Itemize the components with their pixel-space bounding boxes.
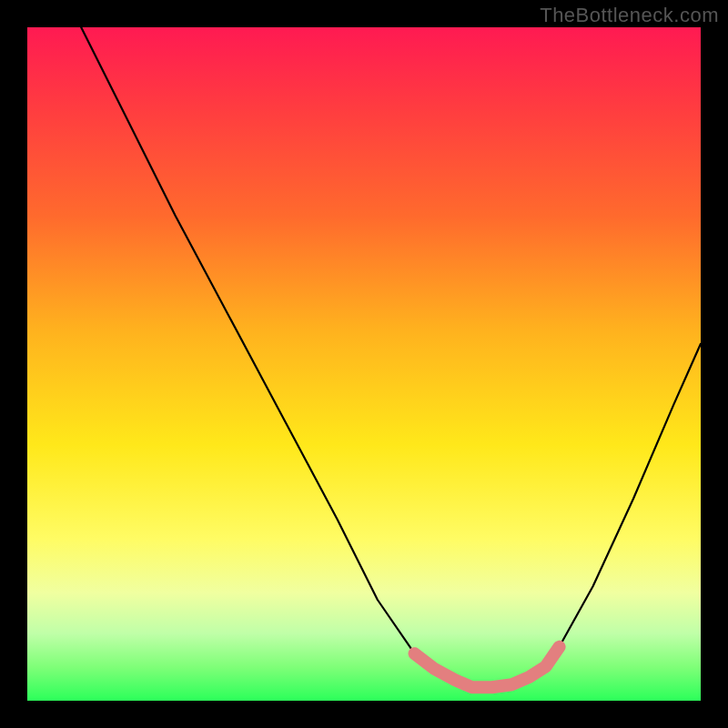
chart-frame: TheBottleneck.com	[0, 0, 728, 728]
plot-area	[27, 27, 701, 701]
optimal-band-path	[415, 647, 560, 687]
curve-svg	[27, 27, 701, 701]
bottleneck-curve-path	[81, 27, 701, 687]
watermark-text: TheBottleneck.com	[540, 4, 719, 27]
